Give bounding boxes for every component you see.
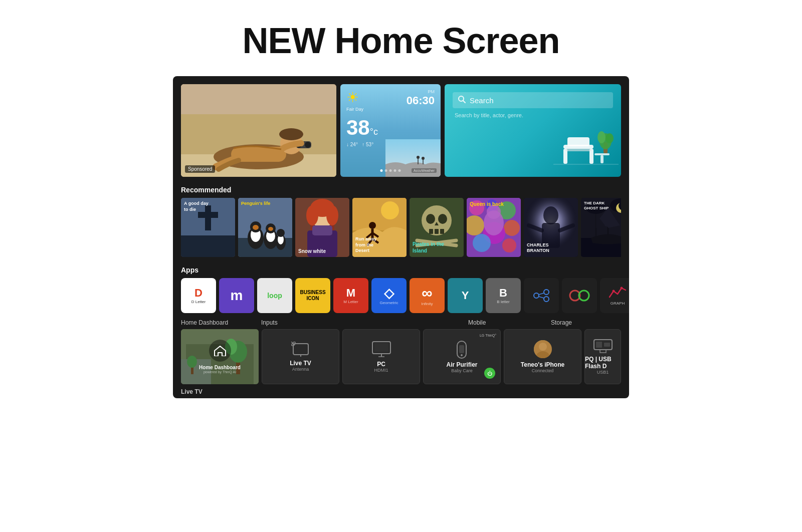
- rec-card-1[interactable]: A good dayto die: [181, 198, 235, 257]
- pc-card[interactable]: PC HDMI1: [342, 329, 420, 384]
- svg-point-6: [279, 128, 303, 140]
- live-tv-card[interactable]: + Live TV Antenna: [262, 329, 339, 384]
- app-d-letter[interactable]: D D Letter: [181, 278, 216, 313]
- home-dashboard-card[interactable]: Home Dashboard powered by ThinQ AI: [181, 329, 259, 384]
- card-2-art: [238, 198, 292, 257]
- rec-card-2[interactable]: Penguin's life: [238, 198, 292, 257]
- air-title: Air Purifier: [446, 361, 477, 368]
- rec-card-7[interactable]: CHARLESBRANTON: [524, 198, 578, 257]
- accu-weather-badge: AccuWeather: [412, 168, 437, 173]
- rec-card-4[interactable]: Run awayfrom theDesert: [352, 198, 407, 257]
- weather-unit: °c: [370, 127, 378, 137]
- svg-point-89: [473, 234, 491, 252]
- svg-point-50: [277, 229, 285, 237]
- search-widget[interactable]: Search Search by title, actor, genre.: [445, 84, 621, 177]
- storage-title: PQ | USB Flash D: [585, 356, 621, 370]
- app-business[interactable]: BUSINESSICON: [295, 278, 330, 313]
- rec-card-6[interactable]: Queen is back: [467, 198, 521, 257]
- hdr-storage: Storage: [551, 319, 621, 326]
- svg-point-15: [422, 157, 425, 160]
- usb-icon: [593, 339, 613, 354]
- iphone-avatar: [534, 340, 552, 358]
- app-m-icon: m: [231, 289, 243, 303]
- weather-temp: 38: [346, 116, 370, 139]
- svg-point-138: [461, 354, 463, 356]
- air-content: Air Purifier Baby Care: [446, 330, 477, 384]
- svg-point-114: [613, 290, 615, 292]
- svg-rect-37: [198, 212, 218, 218]
- svg-rect-143: [596, 342, 602, 348]
- avatar-art: [534, 340, 552, 358]
- furniture-art: [553, 122, 619, 174]
- hdr-home: Home Dashboard: [181, 319, 261, 326]
- weather-dot-1: [380, 169, 383, 172]
- app-oo[interactable]: [562, 278, 597, 313]
- svg-point-55: [306, 205, 318, 225]
- iphone-card[interactable]: Teneo's iPhone Connected: [504, 329, 581, 384]
- rec-card-8[interactable]: THE DARKGHOST SHIP: [581, 198, 621, 257]
- storage-icon: [593, 339, 613, 356]
- weather-dot-2: [385, 169, 387, 172]
- home-card-subtitle: powered by ThinQ AI: [204, 370, 236, 374]
- app-connect[interactable]: [524, 278, 559, 313]
- hero-sponsored[interactable]: Sponsored: [181, 84, 336, 177]
- svg-point-28: [606, 133, 614, 143]
- house-icon: [214, 345, 227, 356]
- app-geometric-icon: ◇: [384, 287, 394, 300]
- app-d-label: D Letter: [191, 300, 206, 304]
- home-icon-group: Home Dashboard powered by ThinQ AI: [181, 329, 259, 384]
- pc-content: PC HDMI1: [371, 330, 391, 384]
- live-tv-bottom-label: Live TV: [181, 384, 621, 398]
- app-business-icon: BUSINESSICON: [300, 290, 325, 302]
- app-m[interactable]: m: [219, 278, 254, 313]
- app-graph[interactable]: GRAPH: [600, 278, 629, 313]
- svg-point-43: [253, 225, 259, 230]
- svg-point-27: [597, 131, 606, 143]
- home-card-title: Home Dashboard: [199, 365, 241, 370]
- app-m-letter-icon: M: [346, 288, 355, 299]
- pc-monitor-icon: [371, 341, 391, 359]
- rec-card-3[interactable]: Snow white: [295, 198, 349, 257]
- app-loop[interactable]: loop: [257, 278, 292, 313]
- search-placeholder: Search by title, actor, genre.: [453, 112, 613, 118]
- svg-line-111: [539, 297, 544, 298]
- air-purifier-icon: [456, 340, 467, 359]
- weather-ampm: PM: [407, 89, 435, 94]
- search-bar[interactable]: Search: [453, 92, 613, 108]
- app-m-letter[interactable]: M M Letter: [333, 278, 368, 313]
- app-graph-label: GRAPH: [611, 301, 625, 306]
- air-purifier-card[interactable]: LG ThinQ° Air Purifier Baby Care ⏻: [423, 329, 501, 384]
- weather-widget[interactable]: ☀ Fair Day PM 06:30 38°c ↓ 24° ↑ 53°: [340, 84, 441, 177]
- svg-rect-124: [293, 344, 308, 355]
- rec-card-5[interactable]: Pirates in theIsland: [410, 198, 464, 257]
- svg-rect-137: [459, 345, 464, 353]
- storage-content: PQ | USB Flash D USB1: [585, 330, 621, 384]
- app-y[interactable]: Y: [448, 278, 483, 313]
- air-power-button[interactable]: ⏻: [484, 368, 495, 379]
- svg-point-64: [381, 201, 399, 219]
- app-infinity-icon: ∞: [422, 286, 432, 301]
- app-connect-icon: [532, 288, 550, 303]
- svg-line-110: [539, 293, 544, 295]
- svg-rect-22: [565, 149, 591, 151]
- svg-rect-144: [604, 343, 610, 347]
- storage-card[interactable]: PQ | USB Flash D USB1: [584, 329, 621, 384]
- weather-condition: Fair Day: [346, 107, 363, 112]
- svg-text:+: +: [291, 342, 294, 346]
- svg-point-109: [544, 297, 549, 302]
- app-b-letter[interactable]: B B letter: [486, 278, 521, 313]
- pc-subtitle: HDMI1: [374, 368, 388, 373]
- add-input-icon: +: [291, 342, 310, 360]
- search-icon: [458, 95, 466, 105]
- app-geometric[interactable]: ◇ Geometric: [371, 278, 407, 313]
- pc-title: PC: [377, 361, 385, 368]
- svg-point-95: [543, 206, 558, 224]
- svg-point-65: [369, 222, 376, 229]
- hdr-empty: [427, 319, 468, 326]
- app-infinity[interactable]: ∞ Infinity: [410, 278, 445, 313]
- weather-dots: [380, 169, 401, 172]
- svg-rect-60: [312, 225, 332, 235]
- svg-line-17: [463, 101, 465, 103]
- app-geometric-label: Geometric: [380, 301, 398, 305]
- storage-subtitle: USB1: [597, 370, 609, 375]
